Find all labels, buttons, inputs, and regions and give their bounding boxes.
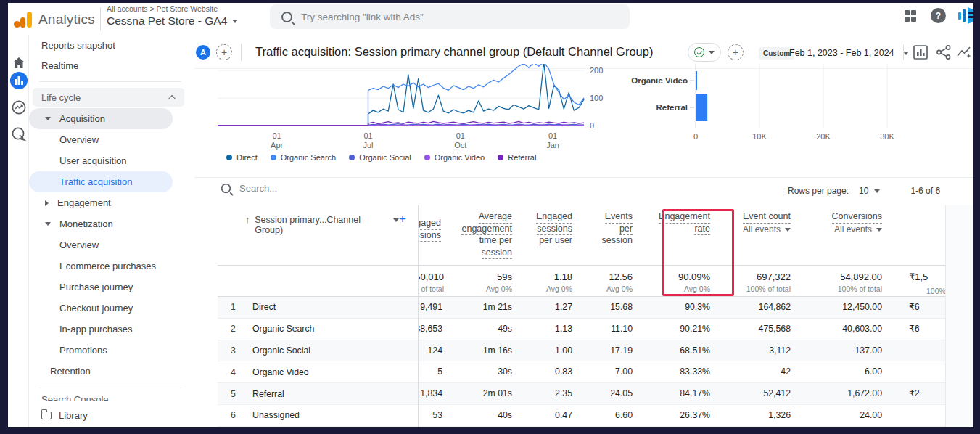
column-header-events-per-session[interactable]: Eventspersession <box>577 205 637 265</box>
table-row-direct: 1Direct9,4911m 21s1.2715.6890.3%164,8621… <box>218 297 945 319</box>
metric-cell: 17.19 <box>577 340 637 361</box>
sidebar-item-acquisition[interactable]: Acquisition <box>29 108 173 129</box>
product-name: Analytics <box>38 12 95 28</box>
report-status-pill[interactable] <box>688 43 721 62</box>
svg-text:30K: 30K <box>880 132 894 141</box>
metric-cell: 12,450.00 <box>795 297 886 318</box>
totals-cell: 697,322100% of total <box>715 266 795 296</box>
channel-name: Unassigned <box>252 410 300 420</box>
sidebar-item-search-console-clipped[interactable]: Search Console <box>29 394 190 401</box>
breadcrumb[interactable]: All accounts > Pet Store Website <box>107 4 218 13</box>
sidebar-item-traffic-acquisition[interactable]: Traffic acquisition <box>29 171 173 192</box>
column-header-event-count[interactable]: Event countAll events <box>715 205 795 265</box>
table-header-row: ↑ Session primary...Channel Group) + Eng… <box>218 205 945 266</box>
share-icon[interactable] <box>936 44 952 60</box>
add-metric-button[interactable]: + <box>728 44 744 60</box>
svg-text:10K: 10K <box>752 132 767 141</box>
svg-text:01: 01 <box>363 131 372 140</box>
table-search-input[interactable] <box>239 183 399 194</box>
add-dimension-icon[interactable]: + <box>399 212 406 226</box>
svg-text:Jul: Jul <box>363 141 374 150</box>
sidebar-item-promotions[interactable]: Promotions <box>29 340 190 361</box>
report-nav-sidebar: Reports snapshot Realtime Life cycle Acq… <box>29 35 190 427</box>
sidebar-item-reports-snapshot[interactable]: Reports snapshot <box>29 35 190 55</box>
metric-cell: 1.27 <box>516 297 577 318</box>
help-icon[interactable]: ? <box>931 8 946 23</box>
table-row-unassigned: 6Unassigned5340s0.476.6026.37%1,32624.00 <box>218 405 945 427</box>
nav-rail <box>8 35 29 427</box>
chevron-down-icon <box>709 51 715 54</box>
metric-cell: 30s <box>447 361 516 382</box>
column-header-engaged-sessions[interactable]: Engagedsessions <box>418 205 447 265</box>
table-search[interactable] <box>221 183 399 194</box>
totals-cell: 59sAvg 0% <box>447 266 516 296</box>
chevron-down-icon <box>785 228 791 232</box>
sidebar-item-overview[interactable]: Overview <box>29 234 190 255</box>
legend-item-organic-video[interactable]: Organic Video <box>424 153 485 162</box>
sidebar-item-user-acquisition[interactable]: User acquisition <box>29 150 190 171</box>
metric-filter-dropdown[interactable]: All events <box>715 224 795 234</box>
legend-item-referral[interactable]: Referral <box>498 153 536 162</box>
column-header-clipped[interactable] <box>886 205 945 265</box>
date-range-picker[interactable]: Feb 1, 2023 - Feb 1, 2024 <box>789 48 909 58</box>
svg-text:Oct: Oct <box>454 141 466 150</box>
sidebar-item-purchase-journey[interactable]: Purchase journey <box>29 277 190 298</box>
home-icon[interactable] <box>10 54 28 71</box>
metric-cell: 0.47 <box>516 405 577 426</box>
explore-icon[interactable] <box>10 126 28 143</box>
metric-cell: 1,672.00 <box>795 383 886 404</box>
table-row-organic-video: 4Organic Video530s0.837.0083.33%426.00 <box>218 361 945 383</box>
metric-cell: 84.17% <box>637 383 715 404</box>
add-comparison-button[interactable]: + <box>216 44 232 60</box>
metric-cell: 40,603.00 <box>795 319 886 340</box>
column-header-engagement-rate[interactable]: Engagementrate <box>637 205 715 265</box>
column-header-conversions[interactable]: ConversionsAll events <box>795 205 886 265</box>
table-row-referral: 5Referral1,8342m 01s2.3524.0584.17%52,41… <box>218 383 945 405</box>
legend-item-organic-social[interactable]: Organic Social <box>349 153 411 162</box>
sidebar-item-ecommerce-purchases[interactable]: Ecommerce purchases <box>29 255 190 277</box>
sidebar-item-retention[interactable]: Retention <box>29 361 190 382</box>
legend-item-organic-search[interactable]: Organic Search <box>271 153 336 162</box>
insights-icon[interactable] <box>956 44 972 60</box>
report-badge[interactable]: A <box>196 45 210 60</box>
metric-cell: 6.60 <box>577 405 637 426</box>
svg-text:100: 100 <box>590 94 603 102</box>
metric-cell: 475,568 <box>715 319 795 340</box>
totals-cell: 90.09%Avg 0% <box>637 266 715 296</box>
divider <box>39 81 181 82</box>
column-header-engaged-sessions-per-user[interactable]: Engagedsessionsper user <box>516 205 577 265</box>
svg-text:0: 0 <box>693 132 698 141</box>
sidebar-item-engagement[interactable]: Engagement <box>29 192 190 213</box>
totals-cell: 1.18Avg 0% <box>516 266 577 296</box>
metric-cell: 1m 21s <box>447 297 516 318</box>
metric-cell: 1m 16s <box>447 340 516 361</box>
sidebar-item-checkout-journey[interactable]: Checkout journey <box>29 298 190 319</box>
totals-empty-cell <box>218 266 418 296</box>
metric-cell: 5 <box>418 361 447 382</box>
sidebar-item-in-app-purchases[interactable]: In-app purchases <box>29 319 190 340</box>
metric-cell: 42 <box>715 361 795 382</box>
caret-down-icon <box>45 222 51 226</box>
sidebar-item-realtime[interactable]: Realtime <box>29 55 190 75</box>
sidebar-item-library[interactable]: Library <box>29 405 190 425</box>
reports-icon[interactable] <box>10 72 28 89</box>
column-header-channel-group[interactable]: ↑ Session primary...Channel Group) + <box>218 205 418 265</box>
report-title: Traffic acquisition: Session primary cha… <box>255 45 653 59</box>
global-search-input[interactable] <box>301 12 591 22</box>
global-search[interactable] <box>270 4 630 29</box>
collection-life-cycle[interactable]: Life cycle <box>33 88 184 107</box>
rows-per-page-select[interactable]: 10 <box>859 186 880 196</box>
sidebar-item-overview[interactable]: Overview <box>29 129 190 150</box>
column-header-average-engagement-time-per-session[interactable]: Averageengagementtime persession <box>447 205 516 265</box>
metric-filter-dropdown[interactable]: All events <box>795 224 886 234</box>
customize-report-icon[interactable] <box>913 44 928 60</box>
property-selector[interactable]: Cessna Pet Store - GA4 <box>107 15 238 28</box>
channel-name: Referral <box>252 389 284 399</box>
advertising-icon[interactable] <box>10 99 28 116</box>
sidebar-item-monetization[interactable]: Monetization <box>29 213 190 234</box>
legend-item-direct[interactable]: Direct <box>226 153 258 162</box>
apps-grid-icon[interactable] <box>905 10 916 22</box>
metric-cell: 1.13 <box>516 319 577 340</box>
metric-cell: ₹6 <box>886 297 945 318</box>
channel-name: Organic Search <box>252 324 314 334</box>
